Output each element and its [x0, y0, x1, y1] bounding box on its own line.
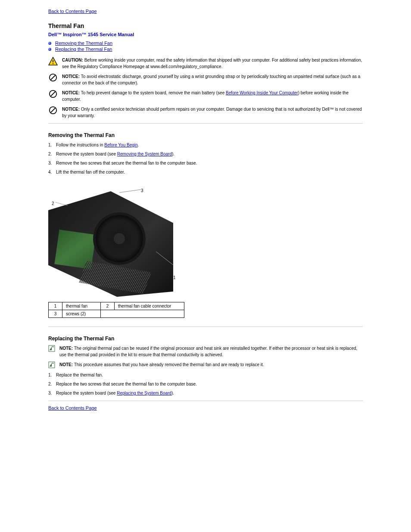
section-remove-heading: Removing the Thermal Fan	[48, 132, 363, 138]
back-link-bottom[interactable]: Back to Contents Page	[48, 405, 97, 411]
notice-icon	[48, 73, 58, 82]
mini-toc: Removing the Thermal Fan Replacing the T…	[48, 40, 363, 52]
note-new-fan: NOTE: This procedure assumes that you ha…	[59, 361, 363, 368]
svg-line-3	[51, 75, 55, 80]
note-icon	[48, 345, 55, 352]
note-original-pad: NOTE: The original thermal pad can be re…	[59, 345, 363, 358]
notice-battery-text: NOTICE: To help prevent damage to the sy…	[62, 90, 363, 103]
svg-line-7	[51, 108, 55, 112]
svg-point-1	[53, 63, 53, 64]
parts-table: 1 thermal fan 2 thermal fan cable connec…	[48, 302, 184, 318]
back-link[interactable]: Back to Contents Page	[48, 9, 97, 14]
svg-line-5	[51, 92, 55, 96]
notice-icon	[48, 90, 58, 98]
caution-text: CAUTION: Before working inside your comp…	[62, 57, 363, 70]
caution-icon	[48, 57, 58, 65]
page-heading: Thermal Fan	[48, 22, 363, 29]
remove-steps: Follow the instructions in Before You Be…	[48, 142, 363, 175]
before-you-begin-link[interactable]: Before You Begin	[104, 143, 137, 147]
manual-title: Dell™ Inspiron™ 1545 Service Manual	[48, 32, 363, 37]
notice-icon	[48, 106, 58, 115]
note-icon	[48, 361, 55, 368]
fan-figure: 1 2 3	[48, 180, 173, 297]
section-replace-heading: Replacing the Thermal Fan	[48, 336, 363, 342]
replace-sysboard-link[interactable]: Replacing the System Board	[117, 391, 171, 395]
remove-sysboard-link[interactable]: Removing the System Board	[117, 152, 172, 156]
toc-link-remove[interactable]: Removing the Thermal Fan	[55, 40, 112, 46]
replace-steps: Replace the thermal fan. Replace the two…	[48, 372, 363, 396]
before-working-link[interactable]: Before Working Inside Your Computer	[226, 90, 298, 95]
toc-link-replace[interactable]: Replacing the Thermal Fan	[55, 47, 112, 52]
notice-esd-text: NOTICE: To avoid electrostatic discharge…	[62, 73, 363, 86]
notice-tech-text: NOTICE: Only a certified service technic…	[62, 106, 363, 119]
